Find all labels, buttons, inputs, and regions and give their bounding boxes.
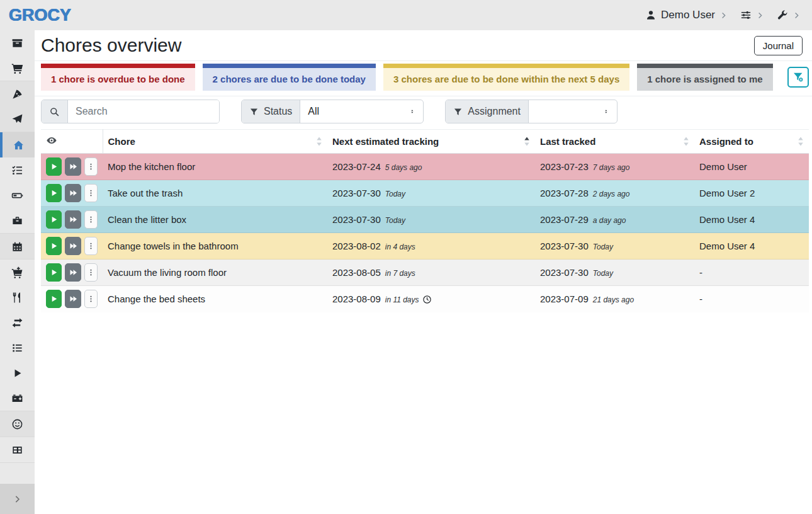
user-menu[interactable]: Demo User (645, 9, 728, 21)
last-tracked-relative: 7 days ago (593, 163, 630, 172)
sliders-icon (740, 9, 752, 21)
track-chore-button[interactable] (46, 157, 62, 176)
column-header-chore[interactable]: Chore (103, 130, 327, 154)
banner-info[interactable]: 2 chores are due to be done today (203, 64, 376, 91)
table-header-row: ChoreNext estimated trackingLast tracked… (41, 130, 809, 154)
car-battery-icon (11, 392, 23, 404)
main-content: Chores overview Journal 1 chore is overd… (35, 0, 812, 312)
skip-chore-button[interactable] (65, 157, 81, 176)
skip-chore-button[interactable] (65, 290, 81, 308)
sidebar-item-batteries-overview[interactable] (0, 183, 35, 208)
track-chore-button[interactable] (46, 210, 62, 229)
banner-warning[interactable]: 3 chores are due to be done within the n… (383, 64, 629, 91)
sort-icon (683, 136, 689, 147)
sidebar-group (0, 132, 35, 234)
track-chore-button[interactable] (46, 290, 62, 308)
sidebar-collapse-button[interactable] (0, 484, 35, 514)
page-header: Chores overview Journal (35, 30, 812, 61)
sidebar-item-battery-tracking[interactable] (0, 386, 35, 411)
last-tracked-date: 2023-07-30 (540, 267, 589, 278)
sidebar-item-meal-plan[interactable] (0, 106, 35, 132)
last-tracked-relative: a day ago (593, 216, 626, 225)
chore-row: Mop the kitchen floor2023-07-245 days ag… (41, 154, 809, 180)
sidebar-item-equipment[interactable] (0, 208, 35, 233)
sidebar-item-calendar[interactable] (0, 234, 35, 259)
clear-filter-button[interactable] (787, 67, 809, 88)
play-icon (11, 367, 23, 379)
filter-icon (453, 107, 463, 117)
skip-chore-button[interactable] (65, 237, 81, 255)
sort-icon (316, 136, 322, 147)
next-tracking-date: 2023-08-05 (332, 267, 381, 278)
chore-row-menu-button[interactable] (84, 290, 98, 308)
sidebar-item-tasks[interactable] (0, 157, 35, 183)
chore-name: Vacuum the living room floor (108, 267, 227, 278)
assignment-select[interactable] (529, 100, 617, 123)
sidebar-item-transfer[interactable] (0, 310, 35, 335)
sidebar-item-consume[interactable] (0, 285, 35, 310)
column-header-last-tracked[interactable]: Last tracked (535, 130, 694, 154)
track-chore-button[interactable] (46, 237, 62, 255)
ellipsis-vertical-icon (87, 189, 95, 197)
banner-secondary[interactable]: 1 chore is assigned to me (637, 64, 772, 91)
next-tracking-relative: Today (385, 216, 405, 225)
chore-row: Change the bed sheets2023-08-09in 11 day… (41, 286, 809, 312)
track-chore-button[interactable] (46, 184, 62, 202)
skip-chore-button[interactable] (65, 184, 81, 202)
ellipsis-vertical-icon (87, 163, 95, 171)
fast-forward-icon (69, 241, 78, 251)
skip-chore-button[interactable] (65, 263, 81, 282)
settings-menu[interactable] (740, 9, 764, 21)
column-header-visibility[interactable] (41, 130, 103, 154)
shopping-cart-icon (11, 62, 23, 74)
chevron-right-icon (719, 11, 728, 20)
chore-row-menu-button[interactable] (84, 184, 98, 202)
sidebar-item-shopping-list[interactable] (0, 55, 35, 81)
sidebar-item-chore-tracking[interactable] (0, 360, 35, 386)
last-tracked-relative: 21 days ago (593, 295, 634, 304)
sidebar-item-purchase[interactable] (0, 260, 35, 285)
chore-row-menu-button[interactable] (84, 263, 98, 282)
assigned-to: Demo User 4 (699, 241, 755, 251)
journal-button[interactable]: Journal (754, 36, 803, 55)
filter-icon (249, 107, 259, 117)
chores-table-wrap: ChoreNext estimated trackingLast tracked… (35, 129, 812, 312)
track-chore-button[interactable] (46, 263, 62, 282)
last-tracked-relative: 2 days ago (593, 190, 630, 198)
banner-danger[interactable]: 1 chore is overdue to be done (41, 64, 195, 91)
chore-row: Vacuum the living room floor2023-08-05in… (41, 260, 809, 286)
status-select-value: All (308, 106, 319, 117)
column-header-next-estimated-tracking[interactable]: Next estimated tracking (327, 130, 535, 154)
assigned-to: - (699, 267, 702, 278)
assigned-to: Demo User (699, 161, 747, 172)
sidebar-item-inventory[interactable] (0, 335, 35, 360)
sidebar-item-stock-overview[interactable] (0, 30, 35, 55)
sidebar-item-user-entities[interactable] (0, 411, 35, 437)
assignment-filter-label: Assignment (446, 100, 529, 123)
chore-name: Mop the kitchen floor (108, 161, 195, 172)
sidebar-group (0, 437, 35, 463)
sidebar-item-recipes[interactable] (0, 81, 35, 106)
admin-menu[interactable] (777, 9, 801, 21)
sort-icon (798, 136, 804, 147)
play-icon (49, 162, 59, 171)
status-select[interactable]: All (300, 100, 423, 123)
ellipsis-vertical-icon (87, 295, 95, 303)
sidebar-item-chores-overview[interactable] (0, 132, 35, 157)
skip-chore-button[interactable] (65, 210, 81, 229)
chore-row-menu-button[interactable] (84, 210, 98, 229)
sort-icon (524, 136, 530, 147)
status-banners: 1 chore is overdue to be done2 chores ar… (35, 61, 812, 96)
last-tracked-date: 2023-07-30 (540, 241, 589, 251)
chore-row-menu-button[interactable] (84, 237, 98, 255)
sidebar-group (0, 260, 35, 411)
sidebar-item-master-data[interactable] (0, 437, 35, 462)
chore-row-menu-button[interactable] (84, 157, 98, 176)
search-group (41, 100, 220, 123)
next-tracking-relative: 5 days ago (385, 163, 422, 172)
column-header-assigned-to[interactable]: Assigned to (694, 130, 809, 154)
next-tracking-date: 2023-07-30 (332, 188, 381, 198)
search-input[interactable] (68, 100, 219, 123)
search-prepend (42, 100, 68, 123)
app-logo[interactable]: GROCY (9, 6, 71, 25)
